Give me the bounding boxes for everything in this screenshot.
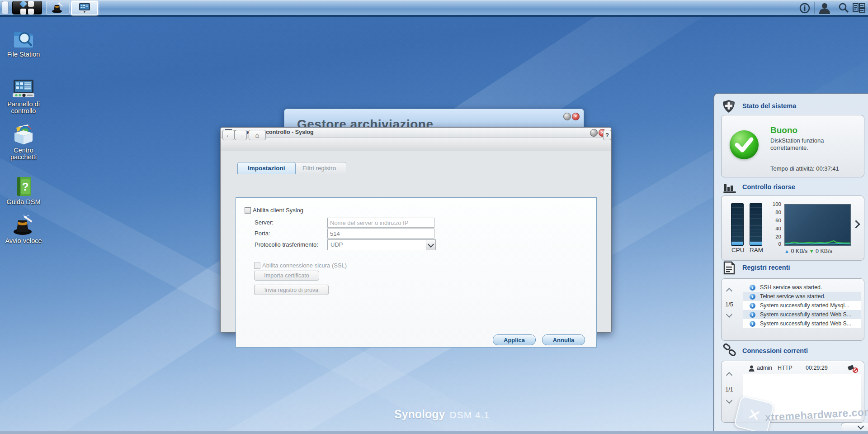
log-row[interactable]: iSystem successfully started Web S... bbox=[743, 310, 861, 319]
enable-syslog-label: Abilita client Syslog bbox=[253, 207, 303, 214]
quick-launch-button[interactable] bbox=[46, 1, 70, 14]
network-chart bbox=[784, 204, 851, 246]
desktop-icon-quick-start[interactable]: Avvio veloce bbox=[3, 215, 44, 244]
recent-logs-card: 1/5 iSSH service was started. iTelnet se… bbox=[721, 278, 864, 341]
shield-icon bbox=[722, 100, 735, 113]
desktop-icon-label: Centro pacchetti bbox=[3, 147, 44, 161]
desktop-icon-control-panel[interactable]: Pannello di controllo bbox=[3, 78, 44, 114]
dialog-help-button[interactable]: ? bbox=[603, 130, 611, 140]
help-info-button[interactable] bbox=[798, 2, 811, 14]
syslog-dialog: Pannello di controllo - Syslog ✕ ← → ⌂ ?… bbox=[220, 127, 612, 333]
connection-protocol: HTTP bbox=[778, 365, 793, 371]
log-row[interactable]: iSystem successfully started Mysql... bbox=[743, 301, 861, 310]
desktop-icon-file-station[interactable]: File Station bbox=[3, 28, 44, 58]
network-rates: ▲ 0 KB/s ▼ 0 KB/s bbox=[784, 248, 832, 254]
svg-text:?: ? bbox=[22, 181, 29, 193]
upload-arrow-icon: ▲ bbox=[784, 248, 789, 254]
log-row[interactable]: iSSH service was started. bbox=[743, 283, 861, 292]
info-icon: i bbox=[750, 321, 755, 327]
show-desktop-button[interactable] bbox=[2, 1, 9, 14]
connection-row[interactable]: admin HTTP 00:29:29 bbox=[743, 365, 861, 373]
brand-version: DSM 4.1 bbox=[450, 410, 490, 420]
close-icon[interactable]: ✕ bbox=[572, 113, 580, 120]
connection-time: 00:29:29 bbox=[806, 365, 828, 371]
forward-button[interactable]: → bbox=[235, 130, 247, 140]
main-menu-icon bbox=[20, 1, 34, 14]
info-icon: i bbox=[750, 312, 755, 318]
chevron-right-icon[interactable] bbox=[852, 220, 860, 228]
log-row[interactable]: iTelnet service was started. bbox=[743, 292, 861, 301]
back-button[interactable]: ← bbox=[222, 130, 235, 140]
select-arrow-button[interactable] bbox=[426, 240, 435, 250]
info-icon: i bbox=[750, 285, 755, 291]
taskbar-active-app-button[interactable] bbox=[71, 1, 98, 15]
logs-pager: 1/5 bbox=[722, 285, 737, 330]
server-input[interactable] bbox=[327, 218, 434, 228]
desktop-icon-label: Pannello di controllo bbox=[3, 101, 44, 114]
cpu-label: CPU bbox=[731, 247, 745, 253]
magic-hat-icon bbox=[12, 215, 35, 235]
protocol-select[interactable]: UDP bbox=[327, 239, 436, 250]
server-label: Server: bbox=[255, 219, 274, 226]
link-icon bbox=[722, 343, 738, 359]
page-down-icon[interactable] bbox=[726, 397, 732, 404]
cancel-button[interactable]: Annulla bbox=[542, 334, 585, 345]
connection-user: admin bbox=[757, 365, 772, 371]
send-test-log-button[interactable]: Invia registro di prova bbox=[254, 285, 329, 295]
dialog-body: Impostazioni Filtri registro Abilita cli… bbox=[221, 151, 611, 332]
sidebar-collapse-flap[interactable] bbox=[841, 423, 868, 430]
search-icon bbox=[838, 2, 849, 14]
home-button[interactable]: ⌂ bbox=[249, 130, 266, 140]
desktop: File Station Pannello di controllo bbox=[0, 0, 868, 434]
user-menu-button[interactable] bbox=[818, 2, 831, 14]
log-row[interactable]: iSystem successfully started Web S... bbox=[743, 319, 861, 328]
pilot-view-button[interactable] bbox=[852, 2, 866, 14]
protocol-label: Protocollo trasferimento: bbox=[255, 241, 318, 248]
page-up-icon[interactable] bbox=[726, 372, 732, 378]
connections-page-indicator: 1/1 bbox=[722, 386, 737, 393]
port-input[interactable] bbox=[327, 229, 434, 238]
page-up-icon[interactable] bbox=[726, 288, 732, 294]
system-status-card: Buono DiskStation funziona correttamente… bbox=[721, 115, 864, 177]
y-tick: 20 bbox=[770, 234, 781, 239]
status-description: DiskStation funziona correttamente. bbox=[770, 137, 824, 152]
bottom-edge-strip bbox=[0, 431, 868, 434]
logs-list: iSSH service was started. iTelnet servic… bbox=[743, 283, 861, 328]
import-certificate-button[interactable]: Importa certificato bbox=[254, 271, 319, 281]
desktop-icon-dsm-help[interactable]: ? Guida DSM bbox=[3, 176, 44, 205]
tab-impostazioni[interactable]: Impostazioni bbox=[237, 162, 296, 174]
taskbar bbox=[0, 0, 868, 17]
y-tick: 100 bbox=[770, 201, 781, 207]
desktop-icon-package-center[interactable]: Centro pacchetti bbox=[3, 124, 44, 161]
ssl-checkbox[interactable] bbox=[254, 262, 260, 269]
pilot-view-icon bbox=[853, 3, 865, 14]
minimize-button[interactable] bbox=[563, 113, 571, 120]
cpu-gauge bbox=[731, 203, 744, 246]
y-tick: 60 bbox=[770, 218, 781, 223]
file-station-icon bbox=[12, 29, 35, 49]
page-down-icon[interactable] bbox=[726, 311, 732, 318]
apply-button[interactable]: Applica bbox=[493, 334, 536, 345]
logs-page-indicator: 1/5 bbox=[722, 301, 737, 308]
user-icon bbox=[749, 365, 755, 372]
brand-name: Synology bbox=[394, 408, 445, 420]
main-menu-button[interactable] bbox=[12, 1, 42, 14]
download-arrow-icon: ▼ bbox=[809, 248, 814, 254]
control-panel-icon bbox=[12, 79, 35, 99]
y-tick: 80 bbox=[770, 210, 781, 215]
settings-panel: Abilita client Syslog Server: Porta: Pro… bbox=[236, 197, 597, 348]
enable-syslog-checkbox[interactable] bbox=[245, 207, 251, 214]
connections-pager: 1/1 bbox=[722, 369, 737, 415]
uptime-text: Tempo di attività: 00:37:41 bbox=[770, 165, 839, 172]
current-connections-title: Connessioni correnti bbox=[742, 347, 808, 354]
resource-chart-icon bbox=[723, 182, 736, 193]
ssl-label: Abilita connessione sicura (SSL) bbox=[262, 262, 347, 269]
tab-filtri-registro[interactable]: Filtri registro bbox=[292, 162, 346, 174]
minimize-button[interactable] bbox=[590, 129, 598, 137]
download-rate: 0 KB/s bbox=[816, 248, 832, 254]
dialog-toolbar bbox=[221, 138, 611, 152]
search-button[interactable] bbox=[837, 2, 850, 14]
info-icon bbox=[799, 3, 810, 14]
status-value: Buono bbox=[770, 125, 797, 135]
recent-logs-title: Registri recenti bbox=[742, 264, 790, 271]
